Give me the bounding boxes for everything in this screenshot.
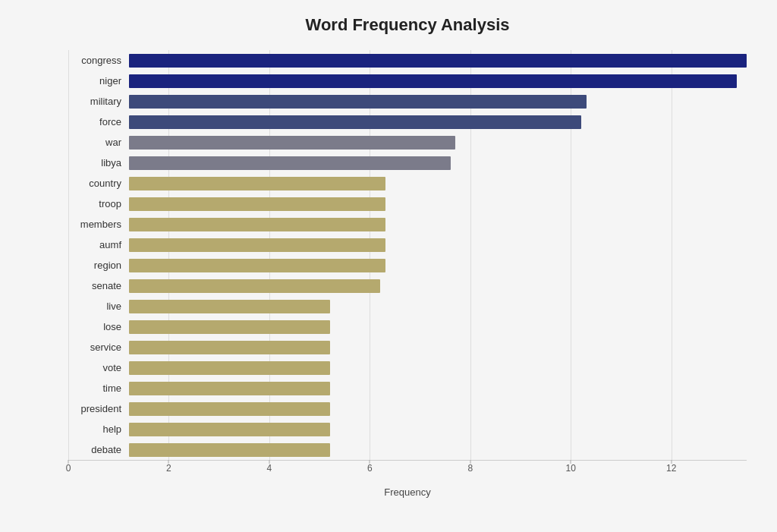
bar [129,115,581,129]
bar-row: aumf [68,237,747,253]
bar-label: help [68,423,129,435]
bars-section: congressnigermilitaryforcewarlibyacountr… [68,50,747,460]
chart-title: Word Frequency Analysis [68,15,747,35]
bar-row: time [68,380,747,397]
bar-label: live [68,301,129,312]
bar [129,423,330,436]
bar-row: force [68,114,747,131]
bar [129,95,587,109]
x-tick-label: 6 [367,463,373,474]
bar-label: congress [68,55,129,66]
bar-row: war [68,134,747,151]
bar [129,300,330,313]
x-tick-label: 4 [267,463,272,474]
bar [129,218,385,231]
x-tick-label: 0 [66,463,71,474]
bar-row: libya [68,155,747,172]
bar-label: war [68,137,129,148]
bar [129,156,451,170]
bar-row: members [68,216,747,233]
x-axis: 024681012 Frequency [68,460,747,498]
bar-label: region [68,260,129,271]
chart-area: congressnigermilitaryforcewarlibyacountr… [68,50,747,498]
chart-container: Word Frequency Analysis congressnigermil… [0,0,777,532]
bar-label: libya [68,157,129,168]
bar-label: time [68,382,129,394]
x-tick-label: 8 [467,463,473,474]
bar-label: troop [68,198,129,209]
bar-label: debate [68,444,129,455]
bar-label: lose [68,321,129,332]
bar-row: senate [68,278,747,294]
bar [129,238,385,252]
x-axis-label: Frequency [384,486,430,498]
bar [129,443,330,457]
bar-row: live [68,298,747,315]
bar-row: president [68,401,747,417]
bar-row: country [68,175,747,192]
bar-label: country [68,178,129,189]
bar-label: vote [68,362,129,373]
x-tick-label: 12 [666,463,676,474]
bar-row: vote [68,360,747,376]
bar-label: senate [68,280,129,291]
bar [129,341,330,354]
bar-row: congress [68,52,747,69]
bar-row: debate [68,442,747,458]
bar [129,74,737,88]
bar-label: aumf [68,239,129,250]
bar-row: lose [68,319,747,335]
bar [129,320,330,334]
bar [129,402,330,416]
bar-row: service [68,339,747,356]
bar-label: service [68,342,129,353]
bar-label: military [68,96,129,107]
bar [129,197,385,211]
x-tick-label: 10 [566,463,576,474]
bar [129,361,330,375]
bar-row: help [68,421,747,438]
bar [129,259,385,272]
bar-label: niger [68,75,129,87]
bar-row: military [68,93,747,110]
bar [129,54,747,68]
bar [129,136,455,150]
bar-label: force [68,116,129,127]
bar-row: troop [68,196,747,212]
bar-label: president [68,403,129,414]
bar-row: region [68,257,747,274]
bar [129,382,330,395]
bar-row: niger [68,73,747,90]
bar [129,177,385,190]
x-tick-label: 2 [166,463,171,474]
x-ticks: 024681012 [68,460,747,475]
bar-label: members [68,219,129,230]
bar [129,279,380,293]
